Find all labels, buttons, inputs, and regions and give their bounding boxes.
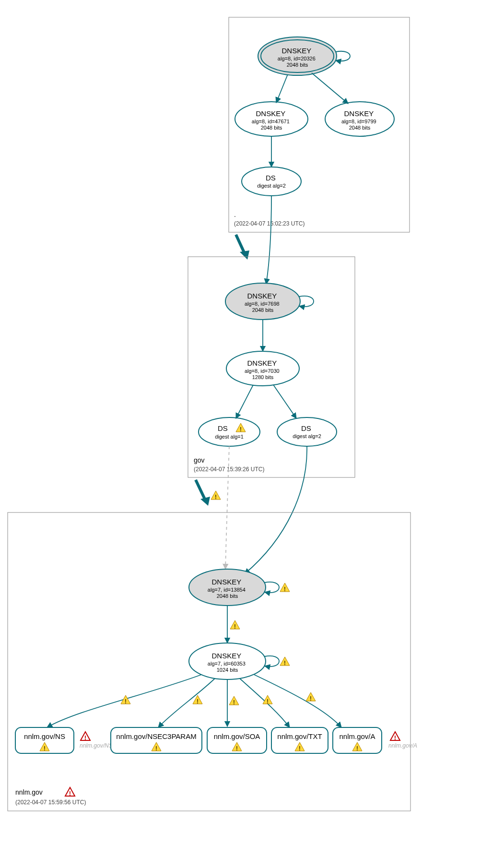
root-ds-sub1: digest alg=2 — [257, 183, 286, 189]
nnlm-ns-node: nnlm.gov/NS — [15, 727, 74, 753]
root-zsk2-title: DNSKEY — [344, 109, 374, 118]
gov-ksk-sub2: 2048 bits — [252, 307, 274, 313]
nnlm-ns-label: nnlm.gov/NS — [24, 732, 65, 740]
nnlm-nsec3-node: nnlm.gov/NSEC3PARAM — [111, 727, 202, 753]
svg-text:nnlm.gov/SOA: nnlm.gov/SOA — [214, 732, 260, 740]
gov-zsk-node: DNSKEY alg=8, id=7030 1280 bits — [226, 351, 299, 386]
nnlm-ksk-title: DNSKEY — [211, 578, 241, 586]
zone-gov: DNSKEY alg=8, id=7698 2048 bits DNSKEY a… — [188, 257, 355, 477]
edge-gov-ds1-to-nnlm-ksk — [225, 446, 229, 569]
warning-icon — [229, 696, 239, 706]
root-ksk-sub1: alg=8, id=20326 — [278, 56, 316, 61]
root-zsk1-node: DNSKEY alg=8, id=47671 2048 bits — [235, 102, 308, 136]
root-zsk1-sub1: alg=8, id=47671 — [252, 119, 290, 124]
gov-zsk-sub2: 1280 bits — [252, 374, 274, 380]
gov-zsk-sub1: alg=8, id=7030 — [245, 368, 280, 374]
nnlm-txt-node: nnlm.gov/TXT — [271, 727, 328, 753]
svg-text:nnlm.gov/TXT: nnlm.gov/TXT — [277, 732, 322, 740]
gov-ksk-node: DNSKEY alg=8, id=7698 2048 bits — [225, 283, 314, 320]
nnlm-zsk-sub1: alg=7, id=60353 — [208, 661, 246, 667]
nnlm-zsk-sub2: 1024 bits — [217, 667, 238, 673]
edge-gov-to-nnlm-thick — [196, 480, 205, 500]
gov-zsk-title: DNSKEY — [247, 359, 277, 367]
root-zsk2-node: DNSKEY alg=8, id=9799 2048 bits — [325, 102, 394, 136]
nnlm-ns-ghost: nnlm.gov/NS — [80, 742, 113, 749]
warning-icon — [306, 692, 316, 702]
nnlm-zsk-node: DNSKEY alg=7, id=60353 1024 bits — [189, 643, 290, 679]
nnlm-zone-time: (2022-04-07 15:59:56 UTC) — [15, 799, 86, 806]
edge-root-ds-to-gov-ksk — [266, 196, 271, 284]
root-ds-title: DS — [266, 174, 276, 182]
gov-ds2-node: DS digest alg=2 — [277, 417, 337, 446]
nnlm-zsk-title: DNSKEY — [211, 652, 241, 660]
nnlm-soa-node: nnlm.gov/SOA — [207, 727, 267, 753]
warning-icon — [280, 657, 290, 667]
svg-marker-24 — [200, 497, 210, 506]
warning-icon — [211, 491, 221, 500]
error-icon — [81, 732, 90, 741]
warning-icon — [280, 583, 290, 593]
edge-root-ksk-zsk1 — [276, 74, 288, 103]
svg-text:nnlm.gov/NSEC3PARAM: nnlm.gov/NSEC3PARAM — [116, 732, 196, 740]
root-zsk2-sub1: alg=8, id=9799 — [341, 119, 376, 124]
root-zsk1-title: DNSKEY — [256, 109, 285, 118]
warning-icon — [230, 620, 240, 630]
root-ksk-node: DNSKEY alg=8, id=20326 2048 bits — [258, 37, 350, 75]
gov-ds1-sub1: digest alg=1 — [215, 434, 244, 440]
root-zone-time: (2022-04-07 15:02:23 UTC) — [234, 220, 305, 227]
nnlm-zone-label: nnlm.gov — [15, 788, 43, 796]
error-icon — [390, 732, 400, 741]
error-icon — [65, 787, 75, 797]
gov-zone-label: gov — [194, 456, 205, 464]
nnlm-soa-label: nnlm.gov/SOA — [214, 732, 260, 740]
edge-gov-ds2-to-nnlm-ksk — [245, 446, 307, 574]
gov-ksk-sub1: alg=8, id=7698 — [245, 301, 280, 307]
edge-gov-zsk-ds1 — [236, 385, 253, 418]
nnlm-nsec3-label: nnlm.gov/NSEC3PARAM — [116, 732, 196, 740]
nnlm-txt-label: nnlm.gov/TXT — [277, 732, 322, 740]
root-zone-label: . — [234, 211, 236, 218]
root-zsk2-sub2: 2048 bits — [349, 125, 371, 131]
nnlm-a-ghost: nnlm.gov/A — [388, 742, 417, 749]
gov-zone-time: (2022-04-07 15:39:26 UTC) — [194, 466, 264, 473]
dnssec-graph: ! ! DNSKEY alg=8, id=20326 2048 bits DNS… — [0, 0, 504, 857]
zone-root: DNSKEY alg=8, id=20326 2048 bits DNSKEY … — [229, 17, 410, 232]
svg-text:nnlm.gov/NS: nnlm.gov/NS — [24, 732, 65, 740]
zone-nnlm: DNSKEY alg=7, id=13854 2048 bits DNSKEY … — [8, 512, 417, 811]
nnlm-a-label: nnlm.gov/A — [339, 732, 375, 740]
nnlm-ksk-node: DNSKEY alg=7, id=13854 2048 bits — [189, 569, 290, 606]
gov-ds2-title: DS — [301, 424, 311, 432]
nnlm-a-node: nnlm.gov/A — [333, 727, 382, 753]
gov-ds1-node: DS digest alg=1 — [199, 417, 260, 446]
nnlm-ksk-sub1: alg=7, id=13854 — [208, 587, 246, 593]
root-ds-node: DS digest alg=2 — [242, 167, 301, 196]
gov-ds1-title: DS — [218, 424, 228, 432]
svg-text:nnlm.gov/A: nnlm.gov/A — [339, 732, 375, 740]
root-ksk-title: DNSKEY — [281, 47, 311, 55]
edge-root-ksk-zsk2 — [312, 73, 348, 104]
gov-ds2-sub1: digest alg=2 — [293, 433, 321, 439]
root-zsk1-sub2: 2048 bits — [261, 125, 282, 131]
root-ksk-sub2: 2048 bits — [287, 62, 308, 68]
svg-marker-14 — [240, 250, 249, 260]
edge-root-to-gov-thick — [236, 235, 245, 253]
gov-ksk-title: DNSKEY — [247, 292, 277, 300]
nnlm-ksk-sub2: 2048 bits — [217, 593, 238, 599]
edge-gov-zsk-ds2 — [273, 385, 296, 418]
